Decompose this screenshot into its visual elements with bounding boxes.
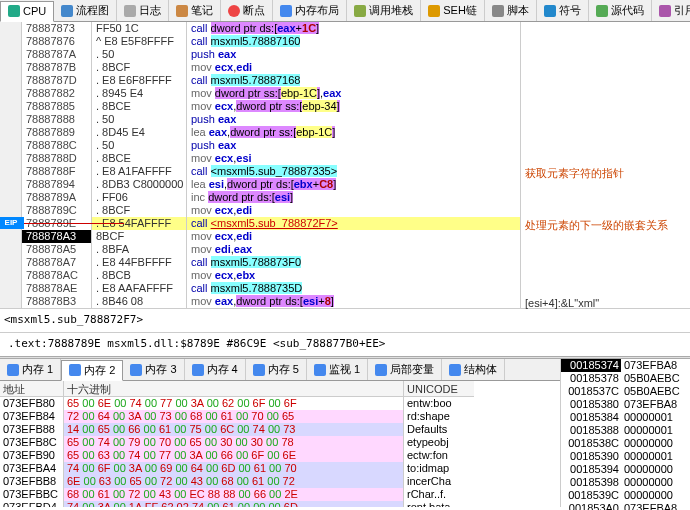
disasm-row[interactable]: push eax	[187, 48, 520, 61]
comment-row[interactable]	[525, 102, 686, 115]
bytes-row[interactable]: . 8DB3 C8000000	[92, 178, 186, 191]
tab-ref[interactable]: 引用	[652, 0, 690, 21]
bytes-row[interactable]: . 50	[92, 139, 186, 152]
hex-dump[interactable]: 地址073EFB80073EFB84073EFB88073EFB8C073EFB…	[0, 381, 560, 507]
stack-row[interactable]: 0018538400000001	[561, 411, 690, 424]
comment-column[interactable]: 获取元素字符的指针处理元素的下一级的嵌套关系[esi+4]:&L"xml"	[520, 22, 690, 308]
bytes-row[interactable]: ^ E8 E5F8FFFF	[92, 35, 186, 48]
addr-row[interactable]: 78887889	[22, 126, 91, 139]
disasm-row[interactable]: mov dword ptr ss:[ebp-1C],eax	[187, 87, 520, 100]
stack-row[interactable]: 0018539C00000000	[561, 489, 690, 502]
bytes-row[interactable]: . 8BCE	[92, 152, 186, 165]
addr-row[interactable]: 78887882	[22, 87, 91, 100]
disasm-row[interactable]: mov eax,dword ptr ds:[esi+8]	[187, 295, 520, 308]
addr-row[interactable]: 7888787B	[22, 61, 91, 74]
comment-row[interactable]	[525, 63, 686, 76]
tab-note[interactable]: 笔记	[169, 0, 221, 21]
tab-stack[interactable]: 调用堆栈	[347, 0, 421, 21]
comment-row[interactable]	[525, 193, 686, 206]
addr-row[interactable]: 788878A7	[22, 256, 91, 269]
bytes-column[interactable]: FF50 1C^ E8 E5F8FFFF. 50. 8BCF. E8 E6F8F…	[92, 22, 187, 308]
address-column[interactable]: 78887873788878767888787A7888787B7888787D…	[22, 22, 92, 308]
comment-row[interactable]	[525, 37, 686, 50]
comment-row[interactable]	[525, 284, 686, 297]
comment-row[interactable]	[525, 245, 686, 258]
addr-row[interactable]: 78887885	[22, 100, 91, 113]
addr-row[interactable]: 788878A5	[22, 243, 91, 256]
bytes-row[interactable]: . 8BCE	[92, 100, 186, 113]
comment-row[interactable]	[525, 180, 686, 193]
stack-row[interactable]: 0018538C00000000	[561, 437, 690, 450]
comment-row[interactable]	[525, 76, 686, 89]
comment-row[interactable]	[525, 141, 686, 154]
comment-row[interactable]: 获取元素字符的指针	[525, 167, 686, 180]
stack-row[interactable]: 0018539400000000	[561, 463, 690, 476]
mem-tab[interactable]: 结构体	[442, 359, 505, 380]
addr-row[interactable]: 788878A3	[22, 230, 91, 243]
addr-row[interactable]: 788878AE	[22, 282, 91, 295]
bytes-row[interactable]: . E8 44FBFFFF	[92, 256, 186, 269]
bytes-row[interactable]: 8BCF	[92, 230, 186, 243]
disasm-row[interactable]: mov ecx,edi	[187, 61, 520, 74]
addr-row[interactable]: 78887876	[22, 35, 91, 48]
mem-tab[interactable]: 监视 1	[307, 359, 368, 380]
disasm-row[interactable]: lea esi,dword ptr ds:[ebx+C8]	[187, 178, 520, 191]
bytes-row[interactable]: . FF06	[92, 191, 186, 204]
disasm-column[interactable]: call dword ptr ds:[eax+1C]call msxml5.78…	[187, 22, 520, 308]
comment-row[interactable]	[525, 128, 686, 141]
stack-view[interactable]: 00185374073EFBA80018537805B0AEBC0018537C…	[560, 359, 690, 507]
bytes-row[interactable]: . 8945 E4	[92, 87, 186, 100]
disasm-row[interactable]: push eax	[187, 139, 520, 152]
disasm-row[interactable]: call msxml5.788873F0	[187, 256, 520, 269]
tab-flow[interactable]: 流程图	[54, 0, 117, 21]
stack-row[interactable]: 00185374073EFBA8	[561, 359, 690, 372]
bytes-row[interactable]: . 8BFA	[92, 243, 186, 256]
disasm-row[interactable]: call msxml5.7888735D	[187, 282, 520, 295]
addr-row[interactable]: 7888788C	[22, 139, 91, 152]
comment-row[interactable]	[525, 24, 686, 37]
addr-row[interactable]: 7888787A	[22, 48, 91, 61]
addr-row[interactable]: 7888789A	[22, 191, 91, 204]
disasm-row[interactable]: call dword ptr ds:[eax+1C]	[187, 22, 520, 35]
addr-row[interactable]: 7888788F	[22, 165, 91, 178]
disasm-row[interactable]: mov ecx,esi	[187, 152, 520, 165]
stack-row[interactable]: 0018539000000001	[561, 450, 690, 463]
disasm-row[interactable]: mov ecx,edi	[187, 230, 520, 243]
addr-row[interactable]: 7888788D	[22, 152, 91, 165]
stack-row[interactable]: 0018537805B0AEBC	[561, 372, 690, 385]
tab-mem[interactable]: 内存布局	[273, 0, 347, 21]
tab-script[interactable]: 脚本	[485, 0, 537, 21]
comment-row[interactable]	[525, 271, 686, 284]
comment-row[interactable]	[525, 310, 686, 323]
addr-row[interactable]: 788878AC	[22, 269, 91, 282]
bytes-row[interactable]: . 50	[92, 48, 186, 61]
stack-row[interactable]: 00185380073EFBA8	[561, 398, 690, 411]
comment-row[interactable]: [esi+4]:&L"xml"	[525, 297, 686, 310]
bytes-row[interactable]: . E8 A1FAFFFF	[92, 165, 186, 178]
bytes-row[interactable]: . E8 AAFAFFFF	[92, 282, 186, 295]
mem-tab[interactable]: 内存 5	[246, 359, 307, 380]
comment-row[interactable]	[525, 232, 686, 245]
bytes-row[interactable]: . 8B46 08	[92, 295, 186, 308]
mem-tab[interactable]: 局部变量	[368, 359, 442, 380]
tab-cpu[interactable]: CPU	[0, 1, 54, 22]
comment-row[interactable]	[525, 323, 686, 336]
bytes-row[interactable]: . E8 E6F8FFFF	[92, 74, 186, 87]
bytes-row[interactable]: . 8BCB	[92, 269, 186, 282]
stack-row[interactable]: 001853A0073EFBA8	[561, 502, 690, 510]
comment-row[interactable]: 处理元素的下一级的嵌套关系	[525, 219, 686, 232]
disasm-row[interactable]: call <msxml5.sub_78887335>	[187, 165, 520, 178]
addr-row[interactable]: 78887873	[22, 22, 91, 35]
addr-row[interactable]: 7888789C	[22, 204, 91, 217]
bytes-row[interactable]: FF50 1C	[92, 22, 186, 35]
stack-row[interactable]: 0018538800000001	[561, 424, 690, 437]
comment-row[interactable]	[525, 206, 686, 219]
disasm-row[interactable]: push eax	[187, 113, 520, 126]
comment-row[interactable]	[525, 154, 686, 167]
mem-tab[interactable]: 内存 1	[0, 359, 61, 380]
bytes-row[interactable]: . 8BCF	[92, 204, 186, 217]
bytes-row[interactable]: . 50	[92, 113, 186, 126]
comment-row[interactable]	[525, 258, 686, 271]
disasm-row[interactable]: mov edi,eax	[187, 243, 520, 256]
tab-sym[interactable]: 符号	[537, 0, 589, 21]
